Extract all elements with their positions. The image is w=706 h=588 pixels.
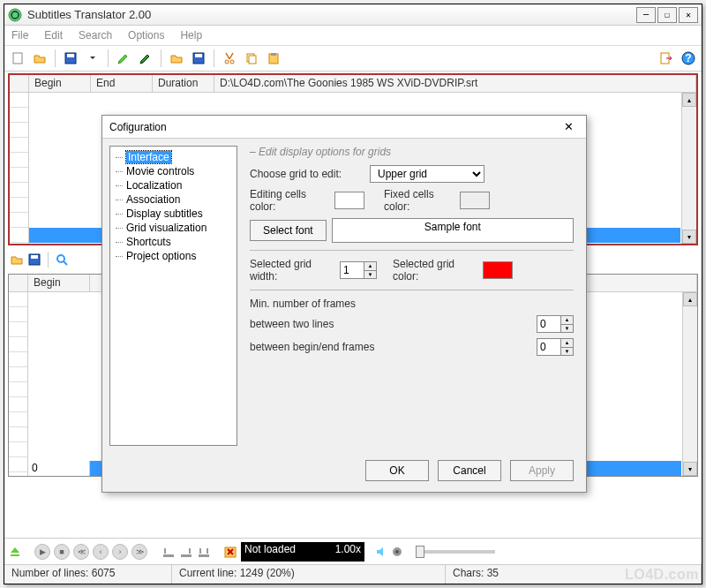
between-lines-spinner[interactable]: ▲▼ xyxy=(537,315,574,333)
fixed-cells-label: Fixed cells color: xyxy=(384,188,454,213)
spin-down-icon[interactable]: ▼ xyxy=(560,325,573,333)
cut-icon[interactable] xyxy=(220,49,239,68)
player-status: Not loaded xyxy=(244,543,296,555)
slider-thumb[interactable] xyxy=(416,546,424,558)
spin-down-icon[interactable]: ▼ xyxy=(364,271,376,279)
sel-grid-color-label: Selected grid color: xyxy=(393,258,477,283)
speaker-icon[interactable] xyxy=(391,545,403,559)
tree-project-options[interactable]: Project options xyxy=(112,249,235,263)
close-button[interactable]: ✕ xyxy=(679,7,698,23)
save3-icon[interactable] xyxy=(27,253,41,267)
svg-point-17 xyxy=(57,255,64,262)
svg-rect-3 xyxy=(67,54,74,57)
col-duration[interactable]: Duration xyxy=(153,75,214,92)
svg-point-6 xyxy=(225,60,229,64)
tree-display-subtitles[interactable]: Display subtitles xyxy=(112,207,235,221)
apply-button[interactable]: Apply xyxy=(510,460,574,481)
prev-icon[interactable]: ≪ xyxy=(73,544,89,560)
dialog-close-button[interactable]: ✕ xyxy=(558,120,579,133)
exit-icon[interactable] xyxy=(657,49,676,68)
between-lines-input[interactable] xyxy=(537,316,560,332)
spin-up-icon[interactable]: ▲ xyxy=(560,316,573,325)
svg-rect-1 xyxy=(13,53,22,64)
tree-shortcuts[interactable]: Shortcuts xyxy=(112,235,235,249)
svg-rect-11 xyxy=(271,53,276,56)
volume-slider[interactable] xyxy=(416,550,495,554)
spin-down-icon[interactable]: ▼ xyxy=(560,348,573,356)
cancel-button[interactable]: Cancel xyxy=(438,460,501,481)
new-icon[interactable] xyxy=(8,49,27,68)
open2-icon[interactable] xyxy=(167,49,186,68)
mark-out-icon[interactable] xyxy=(179,545,193,559)
col-end[interactable]: End xyxy=(91,75,153,92)
menu-edit[interactable]: Edit xyxy=(44,29,63,41)
edit-icon[interactable] xyxy=(114,49,133,68)
between-begin-end-spinner[interactable]: ▲▼ xyxy=(537,338,574,356)
rewind-icon[interactable]: ‹ xyxy=(93,544,109,560)
tree-movie-controls[interactable]: Movie controls xyxy=(112,164,235,178)
editing-cells-color[interactable] xyxy=(334,192,364,209)
search-icon[interactable] xyxy=(55,253,69,267)
between-two-lines-label: between two lines xyxy=(250,318,531,330)
select-font-button[interactable]: Select font xyxy=(250,220,327,241)
sel-grid-width-spinner[interactable]: ▲▼ xyxy=(340,261,377,279)
volume-icon[interactable] xyxy=(375,545,387,559)
open-icon[interactable] xyxy=(30,49,49,68)
menu-options[interactable]: Options xyxy=(128,29,164,41)
menu-file[interactable]: File xyxy=(11,29,28,41)
play-icon[interactable]: ▶ xyxy=(34,544,50,560)
next-icon[interactable]: ≫ xyxy=(131,544,147,560)
col-begin-2[interactable]: Begin xyxy=(28,275,90,291)
sel-grid-color[interactable] xyxy=(483,261,513,279)
choose-grid-select[interactable]: Upper grid xyxy=(370,165,484,183)
help-icon[interactable]: ? xyxy=(679,49,698,68)
minimize-button[interactable]: ─ xyxy=(636,7,656,23)
eject-icon[interactable] xyxy=(8,545,22,559)
tree-grid-visualization[interactable]: Grid visualization xyxy=(112,221,235,235)
ok-button[interactable]: OK xyxy=(365,460,429,481)
player-bar: ▶ ■ ≪ ‹ › ≫ Not loaded 1.00x xyxy=(4,538,702,564)
save2-icon[interactable] xyxy=(189,49,208,68)
player-status-box: Not loaded 1.00x xyxy=(241,542,364,562)
delete-mark-icon[interactable] xyxy=(223,545,237,559)
menu-help[interactable]: Help xyxy=(180,29,202,41)
config-tree[interactable]: Interface Movie controls Localization As… xyxy=(109,146,237,446)
scroll-up-icon-2[interactable]: ▴ xyxy=(683,292,697,306)
vscrollbar[interactable]: ▴ ▾ xyxy=(681,93,696,244)
save-dropdown-icon[interactable] xyxy=(83,49,102,68)
col-file[interactable]: D:\LO4D.com\The Goonies 1985 WS XViD-DVD… xyxy=(214,75,696,92)
status-lines: Number of lines: 6075 xyxy=(4,565,172,584)
fixed-cells-color[interactable] xyxy=(460,192,490,209)
forward-icon[interactable]: › xyxy=(112,544,128,560)
menu-search[interactable]: Search xyxy=(79,29,112,41)
spin-up-icon[interactable]: ▲ xyxy=(364,262,376,271)
sel-grid-width-input[interactable] xyxy=(341,262,364,278)
between-begin-end-input[interactable] xyxy=(537,339,560,355)
scroll-down-icon[interactable]: ▾ xyxy=(682,230,696,244)
open3-icon[interactable] xyxy=(10,253,24,267)
config-panel: Edit display options for grids Choose gr… xyxy=(237,146,579,446)
vscrollbar-2[interactable]: ▴ ▾ xyxy=(682,292,697,476)
stop-icon[interactable]: ■ xyxy=(54,544,70,560)
svg-rect-20 xyxy=(199,554,209,557)
scroll-down-icon-2[interactable]: ▾ xyxy=(683,462,697,476)
paste-icon[interactable] xyxy=(264,49,283,68)
mark-in-icon[interactable] xyxy=(161,545,176,559)
min-frames-label: Min. number of frames xyxy=(250,298,356,310)
tree-localization[interactable]: Localization xyxy=(112,178,235,192)
save-icon[interactable] xyxy=(61,49,80,68)
svg-point-0 xyxy=(9,9,21,21)
col-begin[interactable]: Begin xyxy=(29,75,91,92)
cell-value[interactable]: 0 xyxy=(28,461,90,476)
window-title: Subtitles Translator 2.00 xyxy=(27,8,636,21)
scroll-up-icon[interactable]: ▴ xyxy=(682,93,696,107)
sel-grid-width-label: Selected grid width: xyxy=(250,258,334,283)
tree-interface[interactable]: Interface xyxy=(112,150,235,164)
svg-rect-5 xyxy=(195,54,202,57)
mark-both-icon[interactable] xyxy=(197,545,211,559)
copy-icon[interactable] xyxy=(242,49,261,68)
tree-association[interactable]: Association xyxy=(112,192,235,207)
maximize-button[interactable]: ☐ xyxy=(657,7,677,23)
spin-up-icon[interactable]: ▲ xyxy=(560,339,573,348)
edit2-icon[interactable] xyxy=(136,49,155,68)
